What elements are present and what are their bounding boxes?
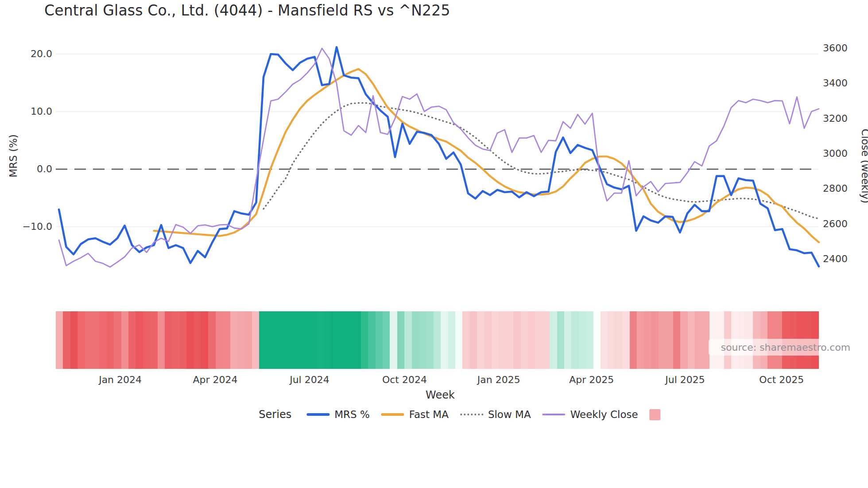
legend-item-heatmap bbox=[650, 409, 661, 420]
heatmap-cell bbox=[368, 311, 376, 369]
heatmap-legend-swatch bbox=[650, 409, 661, 420]
heatmap-cell bbox=[571, 311, 579, 369]
heatmap-cell bbox=[63, 311, 70, 369]
heatmap-cell bbox=[579, 311, 586, 369]
legend-line-swatch bbox=[381, 413, 404, 416]
heatmap-cell bbox=[462, 311, 470, 369]
heatmap-cell bbox=[158, 311, 165, 369]
heatmap-cell bbox=[651, 311, 659, 369]
heatmap-cell bbox=[434, 311, 441, 369]
heatmap-cell bbox=[288, 311, 296, 369]
series-line-slow-ma bbox=[264, 103, 819, 219]
left-tick-label: 20.0 bbox=[12, 48, 52, 60]
heatmap-cell bbox=[412, 311, 419, 369]
heatmap-cell bbox=[165, 311, 172, 369]
heatmap-cell bbox=[419, 311, 426, 369]
legend-item-label: Weekly Close bbox=[570, 409, 638, 420]
heatmap-cell bbox=[216, 311, 223, 369]
legend-item-fast-ma: Fast MA bbox=[381, 409, 449, 420]
heatmap-cell bbox=[564, 311, 572, 369]
x-tick-label: Apr 2025 bbox=[556, 374, 627, 385]
heatmap-cell bbox=[267, 311, 274, 369]
heatmap-cell bbox=[586, 311, 593, 369]
heatmap-cell bbox=[107, 311, 114, 369]
heatmap-cell bbox=[128, 311, 136, 369]
heatmap-cell bbox=[666, 311, 674, 369]
watermark: source: sharemaestro.com bbox=[709, 339, 863, 356]
heatmap-cell bbox=[353, 311, 361, 369]
x-tick-label: Jul 2025 bbox=[650, 374, 721, 385]
heatmap-cell bbox=[143, 311, 151, 369]
heatmap-cell bbox=[644, 311, 651, 369]
heatmap-cell bbox=[376, 311, 383, 369]
heatmap-cell bbox=[484, 311, 492, 369]
heatmap-cell bbox=[223, 311, 230, 369]
heatmap-cell bbox=[325, 311, 332, 369]
heatmap-cell bbox=[332, 311, 339, 369]
heatmap-cell bbox=[303, 311, 310, 369]
heatmap-cell bbox=[70, 311, 78, 369]
legend: Series MRS %Fast MASlow MAWeekly Close bbox=[259, 408, 660, 421]
heatmap-cell bbox=[659, 311, 666, 369]
x-tick-label: Oct 2025 bbox=[746, 374, 817, 385]
heatmap-cell bbox=[121, 311, 129, 369]
heatmap-cell bbox=[426, 311, 434, 369]
heatmap-cell bbox=[259, 311, 267, 369]
right-tick-label: 2600 bbox=[823, 218, 868, 230]
heatmap-cell bbox=[695, 311, 702, 369]
x-tick-label: Jan 2024 bbox=[85, 374, 156, 385]
series-line-weekly-close bbox=[59, 48, 819, 267]
legend-item-label: Slow MA bbox=[488, 409, 531, 420]
heatmap-cell bbox=[383, 311, 390, 369]
legend-line-swatch bbox=[542, 414, 566, 415]
x-axis-title: Week bbox=[405, 389, 476, 401]
series-line-fast-ma bbox=[154, 69, 819, 242]
heatmap-cell bbox=[535, 311, 542, 369]
heatmap-cell bbox=[637, 311, 644, 369]
x-tick-label: Apr 2024 bbox=[180, 374, 251, 385]
heatmap-cell bbox=[274, 311, 281, 369]
right-tick-label: 2400 bbox=[823, 253, 868, 265]
right-tick-label: 3000 bbox=[823, 148, 868, 159]
heatmap-cell bbox=[630, 311, 637, 369]
left-tick-label: −10.0 bbox=[12, 221, 52, 232]
heatmap-cell bbox=[136, 311, 143, 369]
right-tick-label: 3600 bbox=[823, 43, 868, 54]
heatmap-cell bbox=[317, 311, 325, 369]
heatmap-cell bbox=[397, 311, 405, 369]
right-tick-label: 3400 bbox=[823, 77, 868, 89]
heatmap-cell bbox=[310, 311, 318, 369]
x-tick-label: Jan 2025 bbox=[463, 374, 534, 385]
heatmap-cell bbox=[593, 311, 601, 369]
heatmap-cell bbox=[673, 311, 681, 369]
heatmap-cell bbox=[339, 311, 347, 369]
heatmap-cell bbox=[194, 311, 202, 369]
heatmap-cell bbox=[448, 311, 456, 369]
heatmap-cell bbox=[78, 311, 85, 369]
heatmap-cell bbox=[361, 311, 368, 369]
x-tick-label: Jul 2024 bbox=[274, 374, 345, 385]
heatmap-cell bbox=[499, 311, 506, 369]
heatmap-cell bbox=[477, 311, 484, 369]
heatmap-cell bbox=[492, 311, 499, 369]
left-tick-label: 10.0 bbox=[12, 106, 52, 117]
heatmap-cell bbox=[99, 311, 107, 369]
heatmap-cell bbox=[506, 311, 514, 369]
legend-item-mrs-: MRS % bbox=[306, 409, 370, 420]
legend-item-label: Fast MA bbox=[409, 409, 449, 420]
legend-dotted-swatch bbox=[460, 414, 483, 415]
heatmap-cell bbox=[230, 311, 238, 369]
heatmap-cell bbox=[244, 311, 252, 369]
heatmap-strip bbox=[56, 311, 818, 369]
legend-item-label: MRS % bbox=[334, 409, 370, 420]
heatmap-cell bbox=[150, 311, 158, 369]
heatmap-cell bbox=[237, 311, 245, 369]
heatmap-cell bbox=[114, 311, 121, 369]
heatmap-cell bbox=[615, 311, 623, 369]
heatmap-cell bbox=[542, 311, 550, 369]
heatmap-cell bbox=[550, 311, 557, 369]
heatmap-cell bbox=[252, 311, 260, 369]
legend-title: Series bbox=[259, 408, 291, 421]
heatmap-cell bbox=[688, 311, 695, 369]
heatmap-cell bbox=[208, 311, 216, 369]
